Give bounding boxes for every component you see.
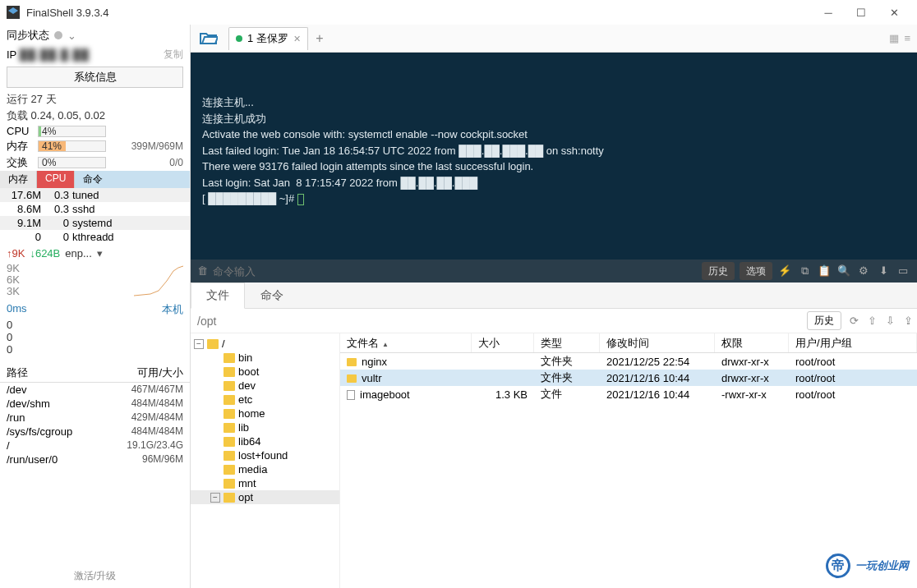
session-tab[interactable]: 1 圣保罗 ✕ <box>228 27 308 50</box>
sort-asc-icon <box>382 337 389 349</box>
add-tab-button[interactable]: + <box>308 31 331 46</box>
ip-label: IP <box>7 48 16 61</box>
load-text: 负载 0.24, 0.05, 0.02 <box>0 108 190 124</box>
options-button[interactable]: 选项 <box>740 262 772 280</box>
net-up-text: ↑9K <box>7 247 25 260</box>
system-info-button[interactable]: 系统信息 <box>7 67 183 88</box>
refresh-icon[interactable]: ⟳ <box>845 315 863 327</box>
tree-node[interactable]: boot <box>191 365 339 379</box>
copy-icon[interactable]: ⧉ <box>797 263 812 279</box>
net-chart: 9K 6K 3K <box>0 263 190 301</box>
process-tabs: 内存 CPU 命令 <box>0 171 190 188</box>
close-tab-icon[interactable]: ✕ <box>293 34 301 44</box>
history-button[interactable]: 历史 <box>702 262 735 280</box>
tree-node[interactable]: lib <box>191 420 339 434</box>
command-input[interactable] <box>213 265 697 278</box>
gear-icon[interactable]: ⚙ <box>856 263 871 279</box>
uptime-text: 运行 27 天 <box>0 91 190 108</box>
mem-bar: 41% <box>38 140 106 152</box>
tree-node[interactable]: media <box>191 462 339 476</box>
proc-tab-cpu[interactable]: CPU <box>37 171 75 188</box>
command-bar: 🗑 历史 选项 ⚡ ⧉ 📋 🔍 ⚙ ⬇ ▭ <box>191 260 917 283</box>
terminal[interactable]: 连接主机...连接主机成功Activate the web console wi… <box>191 53 917 283</box>
net-down-text: ↓624B <box>30 247 60 260</box>
watermark-icon: 帝 <box>826 554 850 578</box>
fullscreen-icon[interactable]: ▭ <box>896 263 910 279</box>
tree-node[interactable]: lost+found <box>191 448 339 462</box>
file-row[interactable]: vultr文件夹2021/12/16 10:44drwxr-xr-xroot/r… <box>340 370 917 386</box>
net-interface[interactable]: enp... <box>65 247 92 260</box>
minimize-button[interactable]: ─ <box>812 0 845 25</box>
swap-bar: 0% <box>38 157 106 168</box>
activate-upgrade-link[interactable]: 激活/升级 <box>0 564 190 588</box>
tree-node[interactable]: mnt <box>191 476 339 490</box>
tree-node[interactable]: etc <box>191 393 339 407</box>
settings-icon[interactable]: ⇪ <box>899 315 917 327</box>
paste-icon[interactable]: 📋 <box>817 263 832 279</box>
sidebar: 同步状态 ⌄ IP ██.██.█.██ 复制 系统信息 运行 27 天 负载 … <box>0 25 191 588</box>
watermark-text: 一玩创业网 <box>855 558 909 573</box>
file-list: 文件名 大小 类型 修改时间 权限 用户/用户组 nginx文件夹2021/12… <box>340 333 917 588</box>
ip-value: ██.██.█.██ <box>20 48 90 61</box>
disk-row: /sys/fs/cgroup484M/484M <box>0 425 190 439</box>
connected-dot-icon <box>236 35 242 42</box>
copy-ip-button[interactable]: 复制 <box>164 48 183 62</box>
proc-tab-cmd[interactable]: 命令 <box>75 171 190 188</box>
swap-text: 0/0 <box>109 157 183 168</box>
path-history-button[interactable]: 历史 <box>807 311 841 330</box>
net-sparkline-icon <box>134 264 183 297</box>
download-icon[interactable]: ⬇ <box>876 263 891 279</box>
disk-header: 路径 可用/大小 <box>0 364 190 383</box>
download-file-icon[interactable]: ⇩ <box>881 315 899 327</box>
proc-tab-mem[interactable]: 内存 <box>0 171 37 188</box>
tab-commands[interactable]: 命令 <box>245 283 299 308</box>
session-tabbar: 1 圣保罗 ✕ + ▦ ≡ <box>191 25 917 53</box>
tree-node[interactable]: −/ <box>191 337 339 351</box>
disk-row: /dev/shm484M/484M <box>0 397 190 411</box>
tab-label: 1 圣保罗 <box>247 31 288 46</box>
cpu-bar: 4% <box>38 126 106 137</box>
process-row[interactable]: 8.6M0.3sshd <box>0 202 190 216</box>
process-row[interactable]: 17.6M0.3tuned <box>0 188 190 202</box>
tree-node[interactable]: bin <box>191 351 339 365</box>
file-row[interactable]: imageboot1.3 KB文件2021/12/16 10:44-rwxr-x… <box>340 386 917 402</box>
swap-label: 交换 <box>7 155 35 170</box>
bottom-tabs: 文件 命令 <box>191 283 917 309</box>
watermark: 帝 一玩创业网 <box>826 554 909 578</box>
file-list-header: 文件名 大小 类型 修改时间 权限 用户/用户组 <box>340 333 917 353</box>
tree-node[interactable]: −opt <box>191 490 339 504</box>
list-view-icon[interactable]: ≡ <box>904 32 910 44</box>
sync-expand-icon[interactable]: ⌄ <box>67 30 76 42</box>
clear-icon[interactable]: 🗑 <box>197 263 208 279</box>
current-path[interactable]: /opt <box>191 315 807 328</box>
disk-row: /19.1G/23.4G <box>0 439 190 452</box>
process-list: 17.6M0.3tuned8.6M0.3sshd9.1M0systemd00kt… <box>0 188 190 244</box>
close-window-button[interactable]: ✕ <box>878 0 910 25</box>
tree-node[interactable]: home <box>191 407 339 420</box>
disk-row: /run/user/096M/96M <box>0 452 190 466</box>
maximize-button[interactable]: ☐ <box>845 0 878 25</box>
tab-files[interactable]: 文件 <box>191 283 245 309</box>
open-session-button[interactable] <box>194 27 223 50</box>
directory-tree[interactable]: −/binbootdevetchomeliblib64lost+foundmed… <box>191 333 340 588</box>
mem-text: 399M/969M <box>109 140 183 152</box>
tree-node[interactable]: lib64 <box>191 434 339 448</box>
ip-row: IP ██.██.█.██ <box>7 48 90 61</box>
search-icon[interactable]: 🔍 <box>836 263 851 279</box>
file-row[interactable]: nginx文件夹2021/12/25 22:54drwxr-xr-xroot/r… <box>340 353 917 370</box>
cpu-label: CPU <box>7 125 35 137</box>
sync-status-dot-icon <box>54 31 62 39</box>
app-logo-icon <box>7 6 20 19</box>
upload-icon[interactable]: ⇧ <box>863 315 881 327</box>
chevron-down-icon[interactable]: ▾ <box>97 247 103 260</box>
disk-row: /dev467M/467M <box>0 383 190 397</box>
mem-label: 内存 <box>7 139 35 154</box>
process-row[interactable]: 00kthreadd <box>0 230 190 244</box>
lightning-icon[interactable]: ⚡ <box>777 263 792 279</box>
host-label[interactable]: 本机 <box>162 302 183 317</box>
grid-view-icon[interactable]: ▦ <box>889 32 899 44</box>
disk-row: /run429M/484M <box>0 411 190 425</box>
tree-node[interactable]: dev <box>191 379 339 393</box>
process-row[interactable]: 9.1M0systemd <box>0 216 190 230</box>
sync-status-label: 同步状态 <box>7 28 49 43</box>
